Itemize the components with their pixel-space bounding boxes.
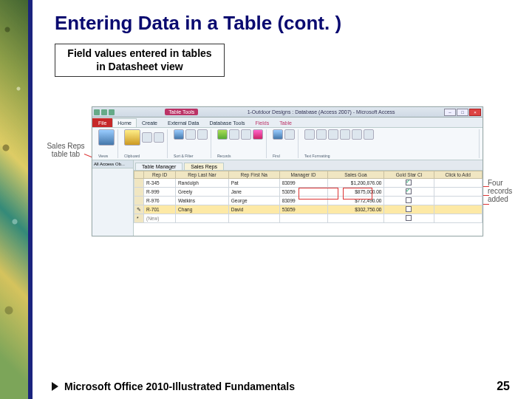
cell-goal[interactable]: $772,490.00 (327, 197, 384, 205)
ribbon-tab-home[interactable]: Home (112, 118, 137, 127)
datasheet-table[interactable]: Rep ID Rep Last Nar Rep First Na Manager… (134, 171, 482, 223)
cell-last[interactable]: Randolph (176, 179, 229, 188)
cell-mgr[interactable]: 83099 (279, 179, 327, 188)
cell-last[interactable]: Watkins (176, 197, 229, 205)
cell-gold[interactable] (384, 214, 434, 223)
ribbon-tabs: File Home Create External Data Database … (92, 117, 482, 128)
underline-icon[interactable] (340, 129, 350, 140)
figure-area: Sales Reps table tab Four records added … (47, 106, 520, 247)
copy-icon[interactable] (154, 132, 164, 143)
cell-first[interactable]: George (228, 197, 279, 205)
cell-goal[interactable]: $302,750.00 (327, 205, 384, 214)
table-row[interactable]: R-999 Greely Jane 53059 $875,000.00 (134, 188, 482, 197)
cell-mgr[interactable]: 83099 (279, 197, 327, 205)
navigation-pane[interactable]: All Access Ob... (92, 160, 134, 236)
cell-last[interactable]: Chang (176, 205, 229, 214)
callout-box: Field values entered in tables in Datash… (55, 44, 225, 77)
decorative-sidebar (0, 0, 28, 399)
ribbon-tab-table[interactable]: Table (274, 118, 297, 127)
cell-mgr[interactable]: 53059 (279, 205, 327, 214)
slide-title: Entering Data in a Table (cont. ) (55, 12, 517, 35)
filter-icon[interactable] (174, 129, 184, 140)
table-row[interactable]: ✎ R-701 Chang David 53059 $302,750.00 (134, 205, 482, 214)
cell-gold[interactable] (384, 205, 434, 214)
col-firstname[interactable]: Rep First Na (228, 171, 279, 179)
ribbon-tab-external[interactable]: External Data (163, 118, 204, 127)
cut-icon[interactable] (142, 132, 152, 143)
document-tabs: Table Manager Sales Reps (134, 160, 482, 171)
qat-icons (94, 109, 116, 115)
fill-icon[interactable] (364, 129, 374, 140)
window-title-text: 1-Outdoor Designs : Database (Access 200… (248, 109, 395, 115)
qat-icon[interactable] (109, 109, 115, 115)
cell-gold[interactable] (384, 197, 434, 205)
ribbon-group-find: Find (270, 129, 299, 158)
checkbox-icon[interactable] (406, 180, 412, 185)
checkbox-icon[interactable] (406, 197, 412, 203)
ribbon-group-clipboard: Clipboard (121, 129, 168, 158)
cell-new[interactable]: (New) (144, 214, 176, 223)
ribbon-tab-file[interactable]: File (92, 118, 112, 127)
qat-icon[interactable] (94, 109, 100, 115)
callout-line1: Field values entered in tables (63, 47, 216, 61)
row-selector-header[interactable] (134, 171, 144, 179)
refresh-icon[interactable] (217, 129, 228, 140)
maximize-button[interactable]: □ (457, 109, 468, 116)
view-icon[interactable] (98, 129, 115, 146)
col-goldstar[interactable]: Gold Star Cl (384, 171, 434, 179)
cell-first[interactable]: Pat (228, 179, 279, 188)
new-icon[interactable] (229, 129, 239, 140)
sort-desc-icon[interactable] (197, 129, 208, 140)
table-row-new[interactable]: * (New) (134, 214, 482, 223)
close-button[interactable]: × (469, 109, 481, 116)
italic-icon[interactable] (328, 129, 338, 140)
page-number: 25 (497, 380, 510, 393)
cell-gold[interactable] (384, 179, 434, 188)
paste-icon[interactable] (124, 129, 140, 146)
cell-mgr[interactable]: 53059 (279, 188, 327, 197)
checkbox-icon[interactable] (406, 206, 412, 212)
ribbon-tab-dbtools[interactable]: Database Tools (204, 118, 250, 127)
col-managerid[interactable]: Manager ID (279, 171, 327, 179)
cell-repid[interactable]: R-345 (144, 179, 176, 188)
ribbon-group-views: Views (95, 129, 118, 158)
find-icon[interactable] (273, 129, 283, 140)
cell-first[interactable]: Jane (228, 188, 279, 197)
cell-goal[interactable]: $875,000.00 (327, 188, 384, 197)
align-icon[interactable] (352, 129, 362, 140)
save-rec-icon[interactable] (241, 129, 251, 140)
bold-icon[interactable] (316, 129, 327, 140)
ribbon-tab-create[interactable]: Create (137, 118, 163, 127)
col-clicktoadd[interactable]: Click to Add (434, 171, 482, 179)
doc-tab-manager[interactable]: Table Manager (135, 163, 183, 170)
sort-asc-icon[interactable] (185, 129, 196, 140)
font-icon[interactable] (304, 129, 315, 140)
col-repid[interactable]: Rep ID (144, 171, 176, 179)
annotation-right: Four records added (488, 179, 523, 203)
cell-gold[interactable] (384, 188, 434, 197)
cell-repid[interactable]: R-701 (144, 205, 176, 214)
table-row[interactable]: R-345 Randolph Pat 83099 $1,200,876.00 (134, 179, 482, 188)
context-tab-label: Table Tools (165, 109, 198, 115)
cell-last[interactable]: Greely (176, 188, 229, 197)
slide-footer: Microsoft Office 2010-Illustrated Fundam… (33, 380, 532, 393)
col-lastname[interactable]: Rep Last Nar (176, 171, 229, 179)
ribbon-group-records: Records (214, 129, 267, 158)
callout-line2: in Datasheet view (63, 61, 216, 74)
checkbox-icon[interactable] (406, 215, 412, 221)
cell-goal[interactable]: $1,200,876.00 (327, 179, 384, 188)
table-row[interactable]: R-976 Watkins George 83099 $772,490.00 (134, 197, 482, 205)
access-window: Table Tools 1-Outdoor Designs : Database… (92, 106, 483, 236)
doc-tab-salesreps[interactable]: Sales Reps (184, 163, 224, 170)
goto-icon[interactable] (284, 129, 295, 140)
checkbox-icon[interactable] (406, 188, 412, 194)
qat-icon[interactable] (101, 109, 107, 115)
delete-icon[interactable] (253, 129, 263, 140)
nav-pane-header[interactable]: All Access Ob... (92, 160, 133, 168)
cell-repid[interactable]: R-999 (144, 188, 176, 197)
cell-first[interactable]: David (228, 205, 279, 214)
ribbon-tab-fields[interactable]: Fields (250, 118, 275, 127)
col-salesgoal[interactable]: Sales Goa (327, 171, 384, 179)
cell-repid[interactable]: R-976 (144, 197, 176, 205)
minimize-button[interactable]: – (444, 109, 456, 116)
